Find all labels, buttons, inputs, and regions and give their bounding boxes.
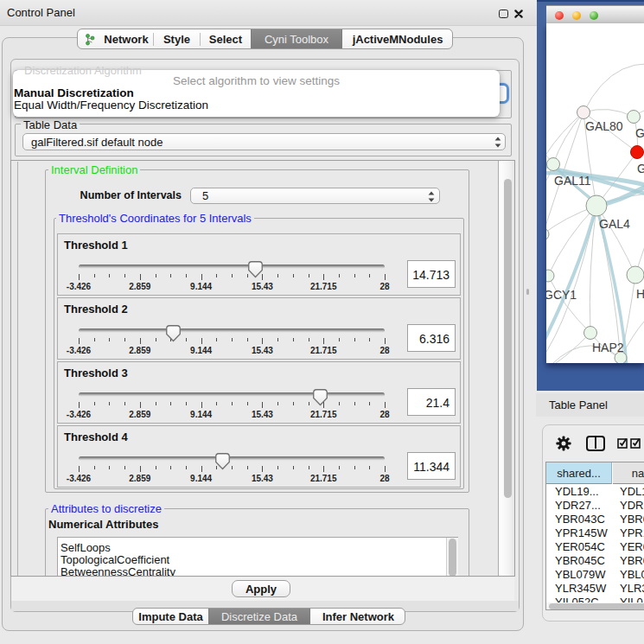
svg-text:GAL11: GAL11: [554, 174, 591, 188]
svg-text:GA: GA: [635, 126, 644, 140]
svg-text:H: H: [636, 287, 644, 301]
svg-text:GAL4: GAL4: [599, 217, 630, 231]
svg-text:HAP2: HAP2: [592, 341, 624, 354]
svg-text:GCY1: GCY1: [546, 288, 577, 302]
svg-text:G: G: [637, 162, 644, 175]
svg-text:GAL80: GAL80: [585, 119, 623, 133]
